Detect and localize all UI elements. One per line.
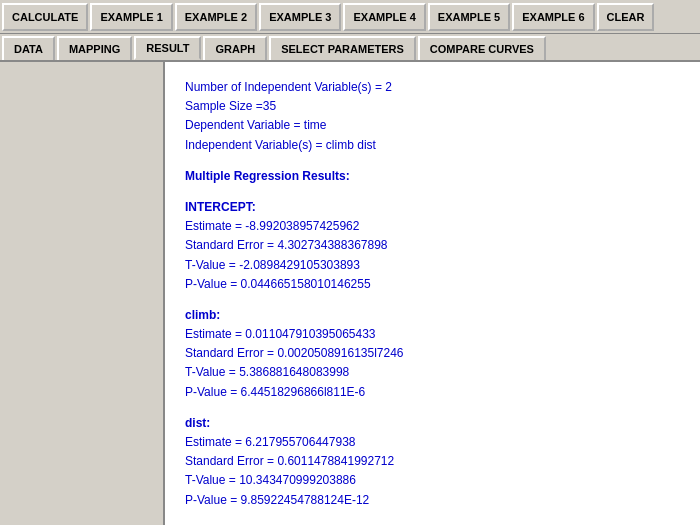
multiple-regression-title: Multiple Regression Results: <box>185 167 680 186</box>
calculate-button[interactable]: CALCULATE <box>2 3 88 31</box>
result-text: Number of Independent Variable(s) = 2 Sa… <box>185 78 680 510</box>
dist-p-value: P-Value = 9.85922454788124E-12 <box>185 491 680 510</box>
multiple-regression-title-section: Multiple Regression Results: <box>185 167 680 186</box>
climb-label: climb: <box>185 306 680 325</box>
tab-select-parameters[interactable]: SELECT PARAMETERS <box>269 36 416 60</box>
intercept-estimate: Estimate = -8.992038957425962 <box>185 217 680 236</box>
independent-variables: Independent Variable(s) = climb dist <box>185 136 680 155</box>
intercept-std-error: Standard Error = 4.302734388367898 <box>185 236 680 255</box>
climb-t-value: T-Value = 5.386881648083998 <box>185 363 680 382</box>
example4-button[interactable]: EXAMPLE 4 <box>343 3 425 31</box>
dist-t-value: T-Value = 10.343470999203886 <box>185 471 680 490</box>
example1-button[interactable]: EXAMPLE 1 <box>90 3 172 31</box>
header-info: Number of Independent Variable(s) = 2 Sa… <box>185 78 680 155</box>
example5-button[interactable]: EXAMPLE 5 <box>428 3 510 31</box>
main-content: Number of Independent Variable(s) = 2 Sa… <box>0 62 700 525</box>
dist-estimate: Estimate = 6.217955706447938 <box>185 433 680 452</box>
num-independent: Number of Independent Variable(s) = 2 <box>185 78 680 97</box>
tab-graph[interactable]: GRAPH <box>203 36 267 60</box>
dist-std-error: Standard Error = 0.6011478841992712 <box>185 452 680 471</box>
intercept-label: INTERCEPT: <box>185 198 680 217</box>
toolbar: CALCULATE EXAMPLE 1 EXAMPLE 2 EXAMPLE 3 … <box>0 0 700 34</box>
climb-p-value: P-Value = 6.44518296866l811E-6 <box>185 383 680 402</box>
clear-button[interactable]: CLEAR <box>597 3 655 31</box>
example6-button[interactable]: EXAMPLE 6 <box>512 3 594 31</box>
tab-compare-curves[interactable]: COMPARE CURVES <box>418 36 546 60</box>
tabbar: DATA MAPPING RESULT GRAPH SELECT PARAMET… <box>0 34 700 62</box>
dist-section: dist: Estimate = 6.217955706447938 Stand… <box>185 414 680 510</box>
tab-result[interactable]: RESULT <box>134 36 201 60</box>
climb-section: climb: Estimate = 0.011047910395065433 S… <box>185 306 680 402</box>
tab-mapping[interactable]: MAPPING <box>57 36 132 60</box>
sample-size: Sample Size =35 <box>185 97 680 116</box>
climb-estimate: Estimate = 0.011047910395065433 <box>185 325 680 344</box>
left-panel <box>0 62 165 525</box>
intercept-p-value: P-Value = 0.044665158010146255 <box>185 275 680 294</box>
example3-button[interactable]: EXAMPLE 3 <box>259 3 341 31</box>
dependent-variable: Dependent Variable = time <box>185 116 680 135</box>
intercept-t-value: T-Value = -2.0898429105303893 <box>185 256 680 275</box>
dist-label: dist: <box>185 414 680 433</box>
tab-data[interactable]: DATA <box>2 36 55 60</box>
example2-button[interactable]: EXAMPLE 2 <box>175 3 257 31</box>
right-panel: Number of Independent Variable(s) = 2 Sa… <box>165 62 700 525</box>
intercept-section: INTERCEPT: Estimate = -8.992038957425962… <box>185 198 680 294</box>
climb-std-error: Standard Error = 0.0020508916135l7246 <box>185 344 680 363</box>
